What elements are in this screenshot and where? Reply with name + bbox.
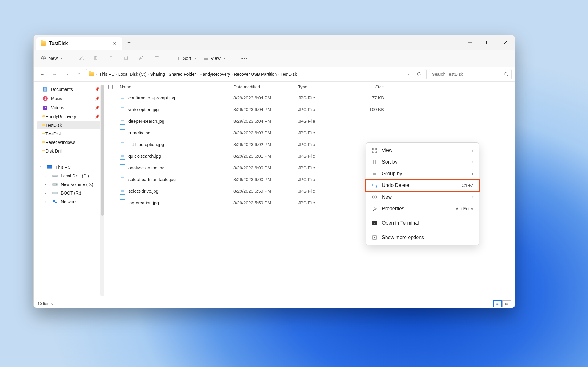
plus-icon (371, 195, 378, 199)
breadcrumb-item[interactable]: HandyRecovery (198, 71, 232, 77)
cut-button[interactable] (74, 53, 88, 63)
sort-icon (371, 160, 378, 164)
chevron-down-icon: ˅ (39, 165, 44, 169)
more-button[interactable]: ••• (237, 53, 253, 63)
sidebar-item[interactable]: Videos📌 (37, 103, 104, 112)
sidebar-drive[interactable]: ›BOOT (R:) (42, 189, 104, 197)
sidebar-item[interactable]: TestDisk (37, 129, 104, 138)
sidebar-drive[interactable]: ›Local Disk (C:) (42, 172, 104, 180)
tab-close-button[interactable]: ✕ (111, 40, 118, 47)
maximize-button[interactable] (479, 35, 497, 50)
breadcrumb-item[interactable]: Shared Folder (167, 71, 197, 77)
search-input[interactable] (432, 72, 504, 77)
up-button[interactable]: ↑ (74, 69, 84, 79)
svg-rect-44 (375, 148, 377, 150)
breadcrumb-item[interactable]: Local Disk (C:) (117, 71, 148, 77)
chevron-right-icon: › (472, 195, 473, 199)
svg-rect-1 (487, 41, 489, 44)
monitor-icon (47, 165, 52, 169)
chevron-right-icon: › (472, 148, 473, 153)
new-tab-button[interactable]: ＋ (122, 37, 136, 48)
sidebar-item[interactable]: HandyRecovery📌 (37, 112, 104, 121)
sidebar-drive[interactable]: ›New Volume (D:) (42, 180, 104, 189)
column-size[interactable]: Size (347, 84, 387, 89)
drive-label: Local Disk (C:) (61, 173, 89, 178)
context-menu-item[interactable]: View› (366, 145, 479, 156)
view-toggle: ≡ ▭ (493, 300, 511, 307)
context-menu-item[interactable]: New› (366, 191, 479, 203)
file-row[interactable]: deeper-search.jpg8/29/2023 6:04 PMJPG Fi… (104, 115, 515, 127)
sidebar-item-label: Reset Windows (45, 140, 75, 145)
file-row[interactable]: p-prefix.jpg8/29/2023 6:03 PMJPG File (104, 127, 515, 139)
view-button[interactable]: View ▾ (200, 54, 228, 63)
rename-button[interactable] (120, 53, 133, 63)
paste-button[interactable] (104, 53, 118, 63)
recent-locations-button[interactable]: ▾ (61, 69, 72, 79)
details-view-button[interactable]: ≡ (493, 300, 502, 307)
context-menu-item[interactable]: Group by› (366, 168, 479, 180)
context-menu-item[interactable]: Undo DeleteCtrl+Z (366, 180, 479, 191)
sidebar-scrollbar[interactable] (100, 85, 104, 296)
context-menu-item[interactable]: PropertiesAlt+Enter (366, 203, 479, 214)
sidebar-item[interactable]: Disk Drill (37, 147, 104, 155)
file-name: list-files-option.jpg (128, 142, 164, 147)
column-date[interactable]: Date modified (230, 84, 295, 89)
chevron-down-icon: ▾ (61, 56, 62, 60)
sidebar-item[interactable]: Documents📌 (37, 85, 104, 94)
file-row[interactable]: confirmation-prompt.jpg8/29/2023 6:04 PM… (104, 92, 515, 104)
refresh-button[interactable] (414, 69, 424, 79)
address-history-button[interactable]: ▾ (402, 69, 413, 79)
documents-icon (42, 87, 48, 92)
chevron-right-icon: › (472, 171, 473, 176)
copy-button[interactable] (89, 53, 103, 63)
sidebar-this-pc[interactable]: ˅ This PC (37, 163, 104, 172)
chevron-right-icon: › (45, 183, 49, 186)
file-name: deeper-search.jpg (128, 119, 164, 124)
icons-view-button[interactable]: ▭ (502, 300, 511, 307)
column-select-all[interactable] (104, 85, 117, 89)
file-type: JPG File (295, 177, 347, 182)
minimize-button[interactable] (461, 35, 479, 50)
share-button[interactable] (135, 53, 148, 63)
breadcrumb-item[interactable]: TestDisk (279, 71, 298, 77)
breadcrumb-item[interactable]: This PC (98, 71, 116, 77)
forward-button[interactable]: → (49, 69, 60, 79)
svg-rect-43 (372, 148, 374, 150)
svg-point-38 (56, 184, 57, 185)
file-type: JPG File (295, 119, 347, 124)
close-button[interactable] (497, 35, 515, 50)
tab-title: TestDisk (49, 41, 68, 46)
breadcrumb[interactable]: › This PC›Local Disk (C:)›Sharing›Shared… (86, 69, 427, 79)
search-box[interactable] (429, 69, 512, 79)
svg-rect-15 (124, 57, 127, 59)
back-button[interactable]: ← (37, 69, 47, 79)
image-file-icon (120, 164, 125, 171)
sidebar-network[interactable]: › Network (37, 197, 104, 206)
sidebar-item-label: Music (51, 96, 62, 101)
context-menu-item[interactable]: Sort by› (366, 156, 479, 168)
sidebar-item-label: Documents (51, 87, 73, 92)
columns-header: Name Date modified Type Size (104, 82, 515, 92)
toolbar: New ▾ Sort ▾ View ▾ ••• (34, 50, 515, 67)
column-type[interactable]: Type (295, 84, 347, 89)
file-name: select-drive.jpg (128, 189, 159, 194)
delete-button[interactable] (150, 53, 163, 63)
copy-icon (94, 56, 99, 61)
sort-button[interactable]: Sort ▾ (172, 54, 199, 63)
new-button[interactable]: New ▾ (38, 54, 65, 63)
sidebar-item[interactable]: Reset Windows (37, 138, 104, 147)
context-menu-item[interactable]: Open in Terminal (366, 217, 479, 229)
scrollbar-thumb[interactable] (101, 85, 104, 216)
column-name[interactable]: Name (117, 84, 230, 89)
column-type-label: Type (298, 84, 307, 89)
sidebar-divider (41, 159, 100, 159)
tab-testdisk[interactable]: TestDisk ✕ (36, 37, 122, 50)
chevron-down-icon: ▾ (194, 56, 196, 60)
breadcrumb-item[interactable]: Sharing (149, 71, 166, 77)
sidebar-item[interactable]: TestDisk (37, 121, 104, 129)
context-menu-item[interactable]: Show more options (366, 232, 479, 243)
file-row[interactable]: write-option.jpg8/29/2023 6:04 PMJPG Fil… (104, 104, 515, 115)
sidebar-item[interactable]: Music📌 (37, 94, 104, 103)
share-icon (139, 56, 144, 61)
breadcrumb-item[interactable]: Recover USB Partition (233, 71, 278, 77)
